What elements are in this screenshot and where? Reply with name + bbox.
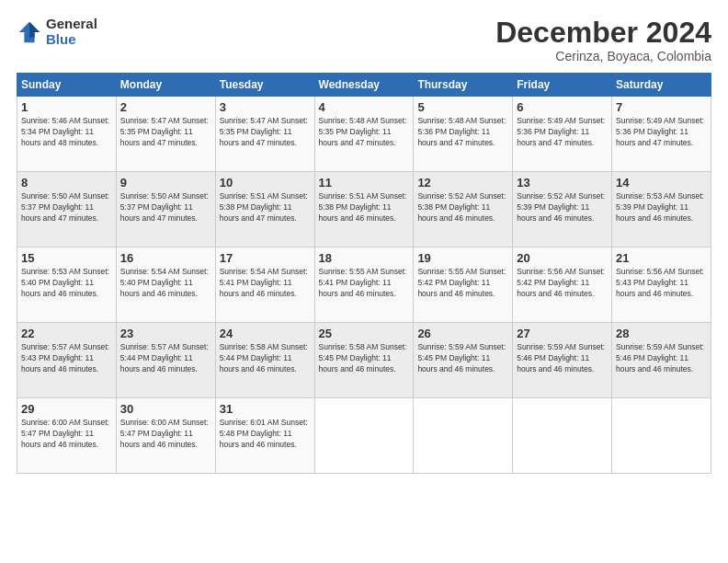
col-sunday: Sunday [17,74,117,97]
day-number: 15 [21,251,112,265]
day-number: 17 [220,251,311,265]
day-info: Sunrise: 5:49 AM Sunset: 5:36 PM Dayligh… [616,116,707,149]
day-info: Sunrise: 5:58 AM Sunset: 5:45 PM Dayligh… [319,342,410,375]
table-cell: 18Sunrise: 5:55 AM Sunset: 5:41 PM Dayli… [314,247,414,323]
table-cell: 29Sunrise: 6:00 AM Sunset: 5:47 PM Dayli… [17,398,117,474]
header: General Blue December 2024 Cerinza, Boya… [17,17,711,63]
day-number: 11 [319,176,410,190]
table-cell: 16Sunrise: 5:54 AM Sunset: 5:40 PM Dayli… [116,247,215,323]
col-thursday: Thursday [414,74,513,97]
table-cell: 28Sunrise: 5:59 AM Sunset: 5:46 PM Dayli… [612,323,711,398]
day-info: Sunrise: 5:47 AM Sunset: 5:35 PM Dayligh… [120,116,211,149]
table-cell [513,398,612,474]
month-title: December 2024 [495,17,711,49]
day-info: Sunrise: 5:46 AM Sunset: 5:34 PM Dayligh… [21,116,112,149]
table-cell: 12Sunrise: 5:52 AM Sunset: 5:38 PM Dayli… [414,172,513,247]
day-info: Sunrise: 5:56 AM Sunset: 5:43 PM Dayligh… [616,267,707,300]
table-cell: 3Sunrise: 5:47 AM Sunset: 5:35 PM Daylig… [215,97,314,172]
day-info: Sunrise: 5:53 AM Sunset: 5:39 PM Dayligh… [616,191,707,224]
table-cell: 10Sunrise: 5:51 AM Sunset: 5:38 PM Dayli… [215,172,314,247]
table-row: 8Sunrise: 5:50 AM Sunset: 5:37 PM Daylig… [17,172,711,247]
table-row: 15Sunrise: 5:53 AM Sunset: 5:40 PM Dayli… [17,247,711,323]
day-number: 23 [120,327,211,340]
table-cell: 26Sunrise: 5:59 AM Sunset: 5:45 PM Dayli… [414,323,513,398]
day-info: Sunrise: 5:48 AM Sunset: 5:36 PM Dayligh… [417,116,508,149]
table-cell: 24Sunrise: 5:58 AM Sunset: 5:44 PM Dayli… [215,323,314,398]
table-row: 1Sunrise: 5:46 AM Sunset: 5:34 PM Daylig… [17,97,711,172]
table-cell: 5Sunrise: 5:48 AM Sunset: 5:36 PM Daylig… [414,97,513,172]
day-info: Sunrise: 5:52 AM Sunset: 5:38 PM Dayligh… [417,191,508,224]
table-cell: 25Sunrise: 5:58 AM Sunset: 5:45 PM Dayli… [314,323,414,398]
day-number: 26 [417,327,508,340]
day-info: Sunrise: 5:50 AM Sunset: 5:37 PM Dayligh… [21,191,112,224]
day-number: 27 [517,327,608,340]
day-info: Sunrise: 5:55 AM Sunset: 5:42 PM Dayligh… [417,267,508,300]
day-info: Sunrise: 6:00 AM Sunset: 5:47 PM Dayligh… [120,418,211,451]
day-info: Sunrise: 5:59 AM Sunset: 5:45 PM Dayligh… [417,342,508,375]
day-info: Sunrise: 5:51 AM Sunset: 5:38 PM Dayligh… [319,191,410,224]
day-info: Sunrise: 5:57 AM Sunset: 5:43 PM Dayligh… [21,342,112,375]
day-number: 16 [120,251,211,265]
day-info: Sunrise: 5:55 AM Sunset: 5:41 PM Dayligh… [319,267,410,300]
col-wednesday: Wednesday [314,74,414,97]
day-info: Sunrise: 6:00 AM Sunset: 5:47 PM Dayligh… [21,418,112,451]
day-info: Sunrise: 5:59 AM Sunset: 5:46 PM Dayligh… [616,342,707,375]
table-cell: 14Sunrise: 5:53 AM Sunset: 5:39 PM Dayli… [612,172,711,247]
col-saturday: Saturday [612,74,711,97]
logo-general: General [46,16,97,31]
table-cell [314,398,414,474]
title-block: December 2024 Cerinza, Boyaca, Colombia [495,17,711,63]
table-cell: 17Sunrise: 5:54 AM Sunset: 5:41 PM Dayli… [215,247,314,323]
day-info: Sunrise: 5:50 AM Sunset: 5:37 PM Dayligh… [120,191,211,224]
day-number: 18 [319,251,410,265]
table-cell: 23Sunrise: 5:57 AM Sunset: 5:44 PM Dayli… [116,323,215,398]
table-cell: 4Sunrise: 5:48 AM Sunset: 5:35 PM Daylig… [314,97,414,172]
logo-blue: Blue [46,31,76,47]
calendar-table: Sunday Monday Tuesday Wednesday Thursday… [17,73,711,474]
day-number: 3 [220,100,311,114]
logo-text: General Blue [46,17,97,47]
table-cell: 2Sunrise: 5:47 AM Sunset: 5:35 PM Daylig… [116,97,215,172]
table-cell: 1Sunrise: 5:46 AM Sunset: 5:34 PM Daylig… [17,97,117,172]
day-number: 29 [21,402,112,416]
day-info: Sunrise: 5:52 AM Sunset: 5:39 PM Dayligh… [517,191,608,224]
day-number: 19 [417,251,508,265]
day-number: 30 [120,402,211,416]
page: General Blue December 2024 Cerinza, Boya… [0,0,728,563]
day-info: Sunrise: 5:56 AM Sunset: 5:42 PM Dayligh… [517,267,608,300]
day-info: Sunrise: 5:51 AM Sunset: 5:38 PM Dayligh… [220,191,311,224]
logo-icon [17,19,42,45]
table-cell: 20Sunrise: 5:56 AM Sunset: 5:42 PM Dayli… [513,247,612,323]
day-info: Sunrise: 5:47 AM Sunset: 5:35 PM Dayligh… [220,116,311,149]
col-monday: Monday [116,74,215,97]
day-number: 24 [220,327,311,340]
logo: General Blue [17,17,97,47]
table-cell: 6Sunrise: 5:49 AM Sunset: 5:36 PM Daylig… [513,97,612,172]
day-info: Sunrise: 5:53 AM Sunset: 5:40 PM Dayligh… [21,267,112,300]
day-number: 9 [120,176,211,190]
day-info: Sunrise: 5:48 AM Sunset: 5:35 PM Dayligh… [319,116,410,149]
day-number: 12 [417,176,508,190]
day-number: 7 [616,100,707,114]
day-info: Sunrise: 5:59 AM Sunset: 5:46 PM Dayligh… [517,342,608,375]
day-info: Sunrise: 5:54 AM Sunset: 5:40 PM Dayligh… [120,267,211,300]
day-number: 31 [220,402,311,416]
table-cell: 9Sunrise: 5:50 AM Sunset: 5:37 PM Daylig… [116,172,215,247]
day-info: Sunrise: 5:57 AM Sunset: 5:44 PM Dayligh… [120,342,211,375]
table-cell: 7Sunrise: 5:49 AM Sunset: 5:36 PM Daylig… [612,97,711,172]
table-cell [414,398,513,474]
table-cell: 19Sunrise: 5:55 AM Sunset: 5:42 PM Dayli… [414,247,513,323]
day-info: Sunrise: 5:49 AM Sunset: 5:36 PM Dayligh… [517,116,608,149]
day-number: 2 [120,100,211,114]
day-number: 8 [21,176,112,190]
table-cell: 21Sunrise: 5:56 AM Sunset: 5:43 PM Dayli… [612,247,711,323]
day-number: 10 [220,176,311,190]
day-number: 6 [517,100,608,114]
day-number: 5 [417,100,508,114]
table-cell: 31Sunrise: 6:01 AM Sunset: 5:48 PM Dayli… [215,398,314,474]
day-info: Sunrise: 5:58 AM Sunset: 5:44 PM Dayligh… [220,342,311,375]
day-number: 13 [517,176,608,190]
table-cell: 22Sunrise: 5:57 AM Sunset: 5:43 PM Dayli… [17,323,117,398]
day-info: Sunrise: 6:01 AM Sunset: 5:48 PM Dayligh… [220,418,311,451]
table-cell: 11Sunrise: 5:51 AM Sunset: 5:38 PM Dayli… [314,172,414,247]
